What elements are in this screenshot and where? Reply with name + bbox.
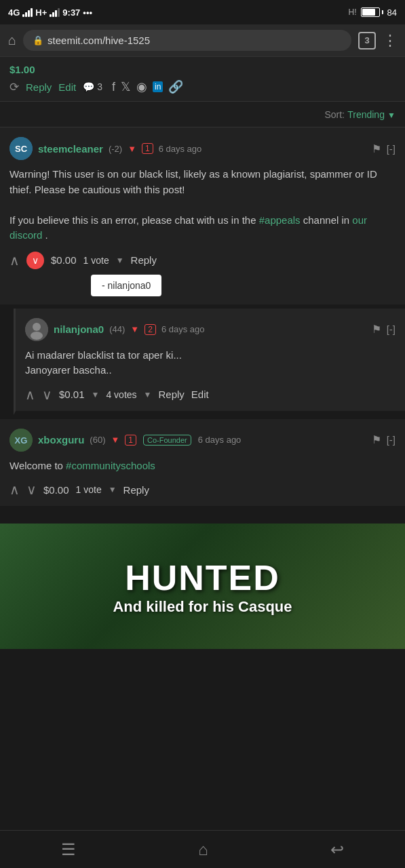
flag-icon-steemcleaner[interactable]: ⚑ <box>372 142 381 155</box>
reward-nilanjona: $0.01 <box>59 389 85 400</box>
username-nilanjona[interactable]: nilanjona0 <box>54 323 104 335</box>
banner-subtitle: And killed for his Casque <box>113 598 292 616</box>
cofounder-badge: Co-Founder <box>143 435 191 446</box>
hunted-banner: HUNTED And killed for his Casque <box>0 524 405 649</box>
edit-btn-nilanjona[interactable]: Edit <box>191 389 209 400</box>
reply-btn-steemcleaner[interactable]: Reply <box>131 254 157 266</box>
social-icons: f 𝕏 ◉ in 🔗 <box>112 79 183 94</box>
votes-arrow-nilanjona: ▼ <box>144 390 152 399</box>
avatar-steemcleaner: SC <box>9 137 33 160</box>
reward-arrow-nilanjona: ▼ <box>92 390 100 399</box>
flag-icon-xboxguru[interactable]: ⚑ <box>372 433 381 446</box>
time-ago-xboxguru: 6 days ago <box>198 435 242 445</box>
votes-steemcleaner[interactable]: 1 vote <box>83 255 109 266</box>
community-link[interactable]: #communityschools <box>66 460 155 471</box>
svg-point-3 <box>33 323 41 331</box>
comment-steemcleaner: SC steemcleaner (-2) ▼ 1 6 days ago ⚑ [-… <box>0 127 405 309</box>
appeals-link[interactable]: #appeals <box>259 214 301 226</box>
comment-count: 💬 3 <box>83 81 102 92</box>
nav-home-icon[interactable]: ⌂ <box>198 840 208 859</box>
comment-xboxguru: XG xboxguru (60) ▼ 1 Co-Founder 6 days a… <box>0 419 405 511</box>
downvote-btn-xboxguru[interactable]: ∨ <box>26 481 37 498</box>
hi-indicator: H! <box>349 7 357 17</box>
votes-nilanjona[interactable]: 4 votes <box>106 389 136 400</box>
snippet-reward: $1.00 <box>9 64 396 75</box>
username-xboxguru[interactable]: xboxguru <box>38 434 84 446</box>
comment-body-nilanjona: Ai madarer blacklist ta tor aper ki... J… <box>25 348 396 378</box>
reputation-nilanjona: (44) <box>109 324 125 334</box>
upvote-btn-nilanjona[interactable]: ∧ <box>25 387 35 403</box>
carrier1-text: 4G <box>8 7 20 18</box>
status-right: H! 84 <box>349 7 397 18</box>
comment-header-xboxguru: XG xboxguru (60) ▼ 1 Co-Founder 6 days a… <box>9 429 396 452</box>
sort-value[interactable]: Trending <box>347 109 385 120</box>
comment-footer-steemcleaner: ∧ ∨ $0.00 1 vote ▼ Reply <box>9 252 396 269</box>
facebook-icon[interactable]: f <box>112 80 115 94</box>
flag-icon-nilanjona[interactable]: ⚑ <box>372 323 381 336</box>
reputation-xboxguru: (60) <box>90 435 105 445</box>
nav-back-icon[interactable]: ↩ <box>330 840 344 859</box>
downvote-indicator-nilanjona: ▼ <box>130 324 139 334</box>
lock-icon: 🔒 <box>33 35 43 45</box>
reddit-icon[interactable]: ◉ <box>136 79 147 94</box>
comment-header-steemcleaner: SC steemcleaner (-2) ▼ 1 6 days ago ⚑ [-… <box>9 137 396 160</box>
sort-label: Sort: <box>324 109 345 120</box>
sort-arrow-icon: ▼ <box>387 111 396 120</box>
reputation-steemcleaner: (-2) <box>109 144 122 154</box>
upvote-num-nilanjona: 2 <box>144 324 156 335</box>
reply-btn-xboxguru[interactable]: Reply <box>123 484 149 496</box>
url-bar[interactable]: 🔒 steemit.com/hive-1525 <box>23 30 351 51</box>
reply-btn-nilanjona[interactable]: Reply <box>158 389 184 400</box>
downvote-btn-steemcleaner[interactable]: ∨ <box>26 252 44 269</box>
snippet-edit-link[interactable]: Edit <box>58 81 76 93</box>
tooltip-nilanjona: - nilanjona0 <box>91 275 161 296</box>
status-dots: ••• <box>83 7 92 18</box>
reward-xboxguru: $0.00 <box>43 484 69 496</box>
comment-nilanjona: nilanjona0 (44) ▼ 2 6 days ago ⚑ [-] Ai … <box>14 309 405 415</box>
comment-header-nilanjona: nilanjona0 (44) ▼ 2 6 days ago ⚑ [-] <box>25 318 396 341</box>
snippet-actions: ⟳ Reply Edit 💬 3 f 𝕏 ◉ in 🔗 <box>9 79 396 94</box>
linkedin-icon[interactable]: in <box>153 81 163 92</box>
twitter-icon[interactable]: 𝕏 <box>121 79 131 94</box>
link-icon[interactable]: 🔗 <box>168 79 183 94</box>
warning-text-3: channel in <box>303 214 349 226</box>
votes-xboxguru[interactable]: 1 vote <box>76 484 102 495</box>
reward-steemcleaner: $0.00 <box>51 254 77 266</box>
downvote-btn-nilanjona[interactable]: ∨ <box>42 387 52 403</box>
snippet-reply-link[interactable]: Reply <box>26 81 52 93</box>
time-ago-steemcleaner: 6 days ago <box>159 144 202 154</box>
votes-arrow-xboxguru: ▼ <box>109 485 117 494</box>
nilanjona-body-line1: Ai madarer blacklist ta tor aper ki... <box>25 349 182 361</box>
tab-count-badge[interactable]: 3 <box>358 32 376 50</box>
username-steemcleaner[interactable]: steemcleaner <box>38 143 103 155</box>
time-ago-nilanjona: 6 days ago <box>161 324 205 334</box>
browser-home-icon[interactable]: ⌂ <box>8 33 16 48</box>
collapse-btn-xboxguru[interactable]: [-] <box>387 434 396 446</box>
svg-text:SC: SC <box>15 144 28 154</box>
comment-footer-nilanjona: ∧ ∨ $0.01 ▼ 4 votes ▼ Reply Edit <box>25 387 396 403</box>
comment-bubble-icon: 💬 <box>83 81 94 92</box>
warning-text-1: Warning! This user is on our black list,… <box>9 168 377 195</box>
nav-menu-icon[interactable]: ☰ <box>61 840 76 859</box>
upvote-num-xboxguru: 1 <box>125 435 136 446</box>
status-time: 9:37 <box>62 7 80 18</box>
browser-menu-icon[interactable]: ⋮ <box>383 32 397 50</box>
svg-text:XG: XG <box>15 435 28 446</box>
comment-footer-xboxguru: ∧ ∨ $0.00 1 vote ▼ Reply <box>9 481 396 498</box>
browser-bar: ⌂ 🔒 steemit.com/hive-1525 3 ⋮ <box>0 24 405 57</box>
status-bar: 4G H+ 9:37 ••• H! 84 <box>0 0 405 24</box>
sort-bar: Sort: Trending ▼ <box>0 102 405 127</box>
top-snippet: $1.00 ⟳ Reply Edit 💬 3 f 𝕏 ◉ in 🔗 <box>0 57 405 102</box>
carrier2-text: H+ <box>35 7 47 18</box>
battery-icon <box>361 7 383 17</box>
upvote-btn-steemcleaner[interactable]: ∧ <box>9 252 20 269</box>
collapse-btn-steemcleaner[interactable]: [-] <box>387 143 396 155</box>
nilanjona-avatar-img <box>25 318 48 341</box>
warning-period: . <box>45 229 48 241</box>
collapse-btn-nilanjona[interactable]: [-] <box>387 323 396 335</box>
downvote-indicator-steemcleaner: ▼ <box>128 144 136 154</box>
warning-text-2: If you believe this is an error, please … <box>9 214 256 226</box>
upvote-num-steemcleaner: 1 <box>142 143 153 154</box>
upvote-btn-xboxguru[interactable]: ∧ <box>9 481 20 498</box>
nilanjona-body-line2: Janoyarer bascha.. <box>25 364 112 376</box>
